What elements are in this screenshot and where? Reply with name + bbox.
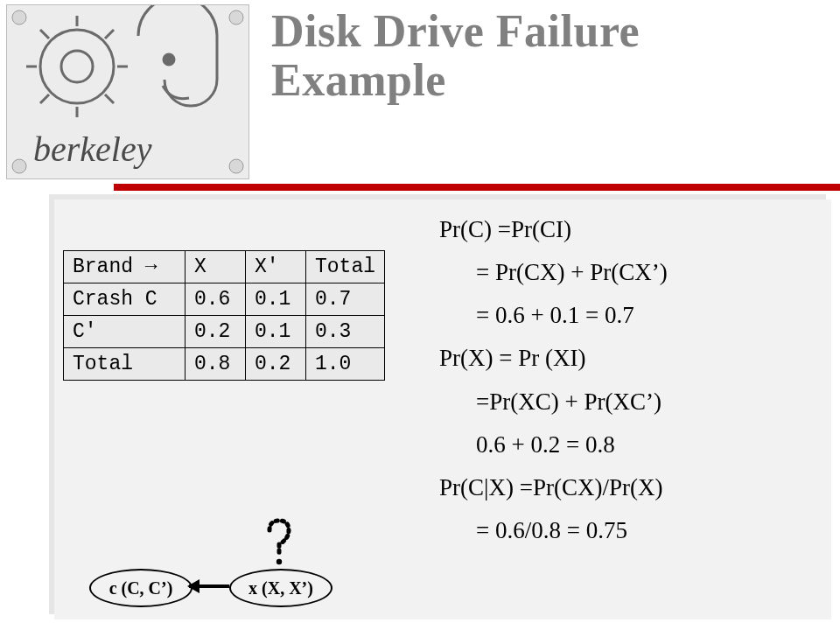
causal-diagram: c (C, C’) x (X, X’) xyxy=(89,523,387,611)
math-line: = Pr(CX) + Pr(CX’) xyxy=(439,251,668,294)
math-line: = 0.6/0.8 = 0.75 xyxy=(439,509,668,552)
slide-title: Disk Drive Failure Example xyxy=(271,7,640,105)
node-x: x (X, X’) xyxy=(229,569,332,607)
svg-point-3 xyxy=(12,159,26,173)
cell: Crash C xyxy=(64,284,186,316)
cell: Total xyxy=(64,348,186,381)
cell: Brand → xyxy=(64,251,186,284)
math-line: = 0.6 + 0.1 = 0.7 xyxy=(439,294,668,337)
title-line-1: Disk Drive Failure xyxy=(271,6,640,56)
cell: X xyxy=(186,251,246,284)
math-line: Pr(X) = Pr (XI) xyxy=(439,337,668,380)
probability-table: Brand → X X' Total Crash C 0.6 0.1 0.7 C… xyxy=(63,250,385,381)
body-area: Brand → X X' Total Crash C 0.6 0.1 0.7 C… xyxy=(54,200,831,620)
node-c: c (C, C’) xyxy=(89,569,192,607)
arrow-icon xyxy=(189,584,229,588)
svg-point-17 xyxy=(276,559,282,564)
cell: Total xyxy=(306,251,385,284)
svg-point-2 xyxy=(229,10,243,24)
cell: 1.0 xyxy=(306,348,385,381)
svg-point-4 xyxy=(229,159,243,173)
math-line: =Pr(XC) + Pr(XC’) xyxy=(439,381,668,424)
cell: 0.3 xyxy=(306,316,385,348)
slide: berkeley Disk Drive Failure Example Bran… xyxy=(0,0,840,630)
node-label: x (X, X’) xyxy=(248,578,313,598)
cell: 0.7 xyxy=(306,284,385,316)
cell: C' xyxy=(64,316,186,348)
math-line: 0.6 + 0.2 = 0.8 xyxy=(439,424,668,466)
math-derivation: Pr(C) =Pr(CI) = Pr(CX) + Pr(CX’) = 0.6 +… xyxy=(439,208,668,552)
divider-bar xyxy=(114,184,840,191)
svg-text:berkeley: berkeley xyxy=(33,130,152,169)
svg-point-15 xyxy=(164,54,174,65)
table-row: C' 0.2 0.1 0.3 xyxy=(64,316,385,348)
cell: 0.8 xyxy=(186,348,246,381)
math-line: Pr(C|X) =Pr(CX)/Pr(X) xyxy=(439,466,668,509)
question-mark-icon xyxy=(264,518,294,567)
cell: X' xyxy=(246,251,306,284)
table-row: Brand → X X' Total xyxy=(64,251,385,284)
cell: 0.2 xyxy=(246,348,306,381)
cell: 0.1 xyxy=(246,284,306,316)
cell: 0.1 xyxy=(246,316,306,348)
cell: 0.2 xyxy=(186,316,246,348)
table-row: Total 0.8 0.2 1.0 xyxy=(64,348,385,381)
svg-point-1 xyxy=(12,10,26,24)
berkeley-logo: berkeley xyxy=(6,4,249,179)
math-line: Pr(C) =Pr(CI) xyxy=(439,208,668,251)
cell: 0.6 xyxy=(186,284,246,316)
table-row: Crash C 0.6 0.1 0.7 xyxy=(64,284,385,316)
title-line-2: Example xyxy=(271,55,446,105)
node-label: c (C, C’) xyxy=(109,578,173,598)
